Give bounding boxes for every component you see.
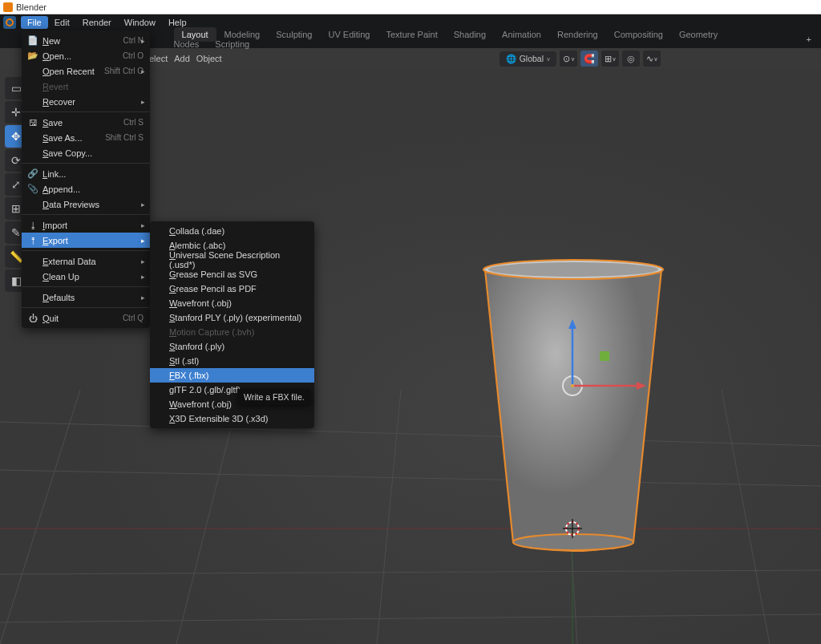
menu-separator xyxy=(22,250,150,251)
menu-item-label: Clean Up xyxy=(42,272,144,281)
submenu-arrow-icon: ▸ xyxy=(141,237,145,245)
export-stanford-ply[interactable]: Stanford (.ply) xyxy=(150,339,314,354)
export-collada-dae[interactable]: Collada (.dae) xyxy=(150,224,314,238)
proportional-edit[interactable]: ◎ xyxy=(622,51,640,67)
workspace-tab-rendering[interactable]: Rendering xyxy=(549,27,606,42)
export-item-label: Stanford PLY (.ply) (experimental) xyxy=(169,313,301,322)
export-item-label: Alembic (.abc) xyxy=(169,241,225,250)
export-item-label: Stl (.stl) xyxy=(169,356,199,366)
menu-item-shortcut: Shift Ctrl S xyxy=(105,133,144,142)
menu-render[interactable]: Render xyxy=(76,16,118,29)
file-menu-open[interactable]: 📂Open...Ctrl O xyxy=(22,48,150,63)
snap-options[interactable]: ⊞v xyxy=(601,51,619,67)
svg-point-16 xyxy=(571,384,574,387)
menu-item-label: Quit xyxy=(42,314,123,323)
menu-file[interactable]: File xyxy=(21,16,48,29)
workspace-tab-shading[interactable]: Shading xyxy=(446,27,494,42)
blender-logo-icon xyxy=(3,2,13,12)
menu-item-label: Open Recent xyxy=(42,67,104,76)
file-menu-external-data[interactable]: External Data▸ xyxy=(22,253,150,269)
menu-item-label: Link... xyxy=(42,169,144,179)
workspace-tab-sculpting[interactable]: Sculpting xyxy=(268,27,320,42)
export-wavefront-obj[interactable]: Wavefront (.obj) xyxy=(150,296,314,310)
window-title: Blender xyxy=(16,2,47,12)
menu-item-icon: 🔗 xyxy=(26,168,39,179)
file-menu-defaults[interactable]: Defaults▸ xyxy=(22,290,150,305)
tooltip: Write a FBX file. xyxy=(237,389,311,405)
file-menu-new[interactable]: 📄NewCtrl N▸ xyxy=(22,33,150,48)
svg-rect-21 xyxy=(600,351,609,361)
submenu-arrow-icon: ▸ xyxy=(141,257,145,265)
file-menu-import[interactable]: ⭳Import▸ xyxy=(22,217,150,233)
file-menu-revert: Revert xyxy=(22,79,150,94)
workspace-tab-compositing[interactable]: Compositing xyxy=(606,27,671,42)
menu-item-label: Data Previews xyxy=(42,200,144,209)
file-menu-link[interactable]: 🔗Link... xyxy=(22,166,150,181)
submenu-arrow-icon: ▸ xyxy=(141,67,145,75)
export-fbx-fbx[interactable]: FBX (.fbx) xyxy=(150,368,314,383)
add-workspace-button[interactable]: + xyxy=(800,32,818,47)
orientation-dropdown[interactable]: 🌐 Global v xyxy=(499,51,556,67)
window-titlebar: Blender xyxy=(0,0,821,14)
submenu-arrow-icon: ▸ xyxy=(141,98,145,106)
workspace-tab-uv-editing[interactable]: UV Editing xyxy=(321,27,378,42)
submenu-arrow-icon: ▸ xyxy=(141,37,145,45)
menu-separator xyxy=(22,111,150,112)
file-menu-save[interactable]: 🖫SaveCtrl S xyxy=(22,115,150,130)
proportional-options[interactable]: ∿v xyxy=(643,51,661,67)
export-grease-pencil-as-pdf[interactable]: Grease Pencil as PDF xyxy=(150,281,314,296)
pivot-dropdown[interactable]: ⊙v xyxy=(560,51,577,67)
workspace-tab-scripting[interactable]: Scripting xyxy=(207,37,257,51)
file-menu-open-recent[interactable]: Open RecentShift Ctrl O▸ xyxy=(22,63,150,79)
menu-item-label: Recover xyxy=(42,97,144,107)
export-item-label: Universal Scene Description (.usd*) xyxy=(169,250,306,269)
header-object-label[interactable]: Object xyxy=(196,54,222,63)
file-menu-save-as[interactable]: Save As...Shift Ctrl S xyxy=(22,130,150,145)
menu-item-label: Defaults xyxy=(42,293,144,302)
submenu-arrow-icon: ▸ xyxy=(141,200,145,209)
menu-separator xyxy=(22,307,150,308)
menu-item-label: Save xyxy=(42,118,123,128)
export-stl-stl[interactable]: Stl (.stl) xyxy=(150,354,314,368)
app-icon[interactable] xyxy=(3,16,16,29)
menu-item-label: Append... xyxy=(42,184,144,194)
header-select-label[interactable]: elect xyxy=(149,54,168,63)
svg-point-13 xyxy=(488,262,658,277)
file-menu-quit[interactable]: ⏻QuitCtrl Q xyxy=(22,310,150,326)
header-left-group: elect Add Object xyxy=(149,54,222,63)
file-menu-save-copy[interactable]: Save Copy... xyxy=(22,145,150,160)
menu-item-icon: 📎 xyxy=(26,184,39,194)
file-menu-recover[interactable]: Recover▸ xyxy=(22,94,150,109)
file-menu-export[interactable]: ⭱Export▸ xyxy=(22,233,150,248)
file-menu-clean-up[interactable]: Clean Up▸ xyxy=(22,269,150,284)
workspace-tab-animation[interactable]: Animation xyxy=(494,27,549,42)
header-add-label[interactable]: Add xyxy=(174,54,190,63)
export-item-label: Stanford (.ply) xyxy=(169,342,224,351)
export-stanford-ply-ply-experimental[interactable]: Stanford PLY (.ply) (experimental) xyxy=(150,310,314,325)
cup-object xyxy=(483,260,663,551)
submenu-arrow-icon: ▸ xyxy=(141,221,145,229)
export-item-label: FBX (.fbx) xyxy=(169,371,209,380)
menu-item-icon: ⭱ xyxy=(26,236,39,245)
submenu-arrow-icon: ▸ xyxy=(141,294,145,302)
menu-item-label: Import xyxy=(42,221,144,230)
orientation-value: Global xyxy=(520,54,544,63)
export-item-label: X3D Extensible 3D (.x3d) xyxy=(169,414,269,423)
workspace-tab-texture-paint[interactable]: Texture Paint xyxy=(378,27,445,42)
file-menu-data-previews[interactable]: Data Previews▸ xyxy=(22,196,150,212)
chevron-down-icon: v xyxy=(547,55,550,63)
snap-toggle[interactable]: 🧲 xyxy=(580,51,598,67)
file-menu-append[interactable]: 📎Append... xyxy=(22,181,150,196)
menu-item-label: External Data xyxy=(42,257,144,266)
menu-item-shortcut: Ctrl Q xyxy=(123,314,144,322)
export-item-label: Grease Pencil as PDF xyxy=(169,284,257,294)
menu-window[interactable]: Window xyxy=(118,16,162,29)
export-item-label: Motion Capture (.bvh) xyxy=(169,327,254,337)
export-item-label: Collada (.dae) xyxy=(169,226,224,236)
menu-item-label: Save As... xyxy=(42,133,105,143)
menu-item-icon: 📄 xyxy=(26,35,39,46)
export-x3d-extensible-3d-x3d[interactable]: X3D Extensible 3D (.x3d) xyxy=(150,411,314,426)
menu-edit[interactable]: Edit xyxy=(48,16,76,29)
menu-separator xyxy=(22,163,150,164)
export-universal-scene-description-usd[interactable]: Universal Scene Description (.usd*) xyxy=(150,253,314,267)
